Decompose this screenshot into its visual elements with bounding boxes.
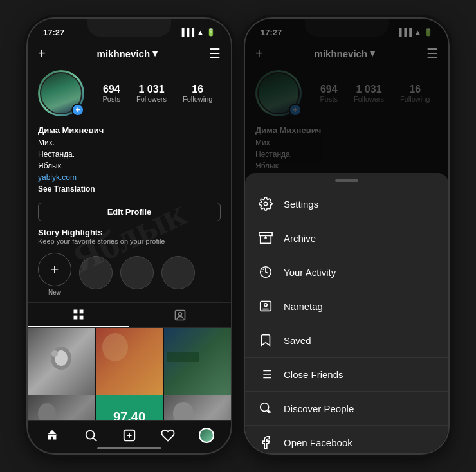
nav-activity[interactable] bbox=[155, 424, 181, 447]
svg-point-5 bbox=[179, 312, 182, 315]
menu-handle bbox=[335, 179, 358, 182]
discover-icon bbox=[258, 401, 273, 416]
menu-label-archive: Archive bbox=[284, 233, 316, 244]
avatar-wrap: + bbox=[38, 70, 84, 116]
right-phone: 17:27 ▐▐▐ ▲ 🔋 + mikhnevich ▾ ☰ bbox=[244, 17, 450, 455]
bio: Дима Михневич Мих. Нестанда. Яблык yably… bbox=[28, 122, 231, 200]
bio-link[interactable]: yablyk.com bbox=[38, 172, 221, 183]
battery-icon: 🔋 bbox=[206, 28, 215, 37]
following-count: 16 bbox=[183, 84, 212, 95]
svg-point-10 bbox=[102, 333, 128, 361]
profile-avatar-small bbox=[199, 428, 214, 443]
edit-profile-button[interactable]: Edit Profile bbox=[38, 203, 221, 221]
nav-profile[interactable] bbox=[194, 424, 219, 447]
right-phone-screen: 17:27 ▐▐▐ ▲ 🔋 + mikhnevich ▾ ☰ bbox=[245, 19, 448, 453]
menu-icon[interactable]: ☰ bbox=[209, 46, 221, 61]
highlight-1[interactable] bbox=[79, 256, 113, 292]
highlight-2[interactable] bbox=[120, 256, 154, 292]
photo-cell-3[interactable] bbox=[164, 328, 231, 395]
grid-icon bbox=[72, 308, 85, 321]
story-highlights-header: Story Highlights Keep your favorite stor… bbox=[28, 228, 231, 249]
activity-icon bbox=[258, 264, 273, 280]
menu-label-saved: Saved bbox=[284, 335, 311, 346]
tab-tagged[interactable] bbox=[129, 303, 231, 327]
display-name: Дима Михневич bbox=[38, 124, 221, 137]
notch bbox=[87, 19, 171, 37]
new-highlight-circle: + bbox=[38, 253, 71, 286]
bio-line-2: Нестанда. bbox=[38, 149, 221, 160]
bio-line-1: Мих. bbox=[38, 137, 221, 149]
menu-label-activity: Your Activity bbox=[284, 267, 336, 278]
svg-rect-2 bbox=[74, 315, 78, 319]
photo-cell-1[interactable] bbox=[28, 328, 95, 395]
posts-count: 694 bbox=[102, 84, 120, 95]
gear-icon bbox=[258, 196, 273, 212]
plus-icon: + bbox=[51, 261, 59, 278]
facebook-icon bbox=[258, 435, 273, 450]
status-time: 17:27 bbox=[43, 28, 64, 37]
nametag-icon bbox=[258, 298, 273, 314]
archive-icon bbox=[258, 230, 273, 246]
photo-thumb-1 bbox=[42, 342, 80, 381]
nav-home[interactable] bbox=[39, 424, 65, 447]
menu-item-nametag[interactable]: Nametag bbox=[245, 289, 448, 323]
menu-label-settings: Settings bbox=[284, 199, 318, 210]
person-tag-icon bbox=[174, 309, 187, 322]
following-stat[interactable]: 16 Following bbox=[183, 84, 212, 103]
menu-label-nametag: Nametag bbox=[284, 301, 323, 312]
menu-item-facebook[interactable]: Open Facebook bbox=[245, 426, 448, 453]
svg-point-32 bbox=[261, 403, 269, 412]
menu-item-saved[interactable]: Saved bbox=[245, 323, 448, 358]
nav-add[interactable] bbox=[116, 424, 142, 447]
followers-stat[interactable]: 1 031 Followers bbox=[136, 84, 167, 103]
menu-item-archive[interactable]: Archive bbox=[245, 221, 448, 255]
scene: 17:27 ▐▐▐ ▲ 🔋 + mikhnevich ▾ ☰ bbox=[20, 11, 456, 461]
highlight-circle-3 bbox=[161, 256, 195, 289]
see-translation[interactable]: See Translation bbox=[38, 183, 221, 195]
svg-point-21 bbox=[264, 202, 268, 206]
menu-item-your-activity[interactable]: Your Activity bbox=[245, 255, 448, 289]
followers-label: Followers bbox=[136, 95, 167, 103]
home-indicator bbox=[97, 447, 161, 449]
add-story-button[interactable]: + bbox=[71, 104, 84, 116]
svg-rect-3 bbox=[80, 315, 84, 319]
profile-header: + 694 Posts 1 031 Followers 16 Following bbox=[28, 65, 231, 122]
followers-count: 1 031 bbox=[136, 84, 167, 95]
profile-stats: 694 Posts 1 031 Followers 16 Following bbox=[95, 84, 221, 103]
left-phone: 17:27 ▐▐▐ ▲ 🔋 + mikhnevich ▾ ☰ bbox=[26, 17, 232, 455]
svg-point-8 bbox=[51, 350, 58, 357]
svg-rect-0 bbox=[74, 309, 78, 313]
svg-rect-12 bbox=[167, 352, 199, 362]
svg-rect-1 bbox=[80, 309, 84, 313]
menu-label-close-friends: Close Friends bbox=[284, 369, 343, 380]
new-highlight[interactable]: + New bbox=[38, 253, 71, 296]
wifi-icon: ▲ bbox=[197, 28, 204, 36]
photo-thumb-2 bbox=[96, 328, 134, 367]
posts-stat[interactable]: 694 Posts bbox=[102, 84, 120, 103]
highlight-circle-2 bbox=[120, 256, 154, 289]
menu-item-close-friends[interactable]: Close Friends bbox=[245, 358, 448, 392]
highlights-row: + New bbox=[28, 249, 231, 302]
svg-point-24 bbox=[264, 304, 268, 307]
photo-cell-2[interactable] bbox=[96, 328, 163, 395]
status-icons: ▐▐▐ ▲ 🔋 bbox=[179, 28, 215, 37]
add-icon[interactable]: + bbox=[38, 46, 46, 61]
tab-grid[interactable] bbox=[28, 303, 129, 327]
menu-item-discover[interactable]: Discover People bbox=[245, 392, 448, 426]
photo-thumb-3 bbox=[164, 328, 203, 367]
content-tabs bbox=[28, 302, 231, 328]
heart-icon bbox=[161, 428, 175, 442]
menu-label-discover: Discover People bbox=[284, 403, 354, 414]
svg-point-16 bbox=[86, 430, 95, 439]
nav-search[interactable] bbox=[78, 424, 104, 447]
username-dropdown[interactable]: mikhnevich ▾ bbox=[97, 48, 158, 59]
menu-item-settings[interactable]: Settings bbox=[245, 187, 448, 221]
highlight-3[interactable] bbox=[161, 256, 195, 292]
bio-line-3: Яблык bbox=[38, 160, 221, 172]
menu-overlay: Settings Archive bbox=[245, 173, 448, 453]
signal-icon: ▐▐▐ bbox=[179, 28, 194, 36]
list-icon bbox=[258, 367, 273, 382]
posts-label: Posts bbox=[102, 95, 120, 103]
menu-label-facebook: Open Facebook bbox=[284, 437, 352, 448]
highlight-circle-1 bbox=[79, 256, 113, 289]
